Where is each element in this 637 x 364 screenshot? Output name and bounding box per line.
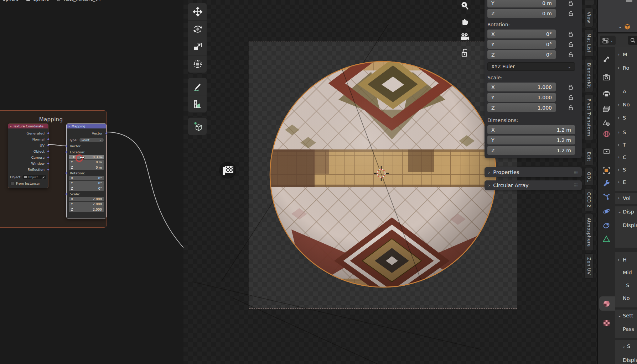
type-dropdown[interactable]: Point ⌄ xyxy=(79,138,104,142)
tab-collection[interactable] xyxy=(598,147,615,156)
vector-socket[interactable] xyxy=(47,138,50,141)
lock-button[interactable] xyxy=(565,11,576,16)
tab-view-layer[interactable] xyxy=(598,105,615,113)
scale-field[interactable]: X 1.000 xyxy=(487,83,556,91)
value-field[interactable]: Z 0 m xyxy=(69,165,104,170)
value-field[interactable]: X 0° xyxy=(69,176,104,180)
panel-row[interactable]: ›T xyxy=(618,138,637,151)
tab-constraints[interactable] xyxy=(598,221,615,230)
tab-scene[interactable] xyxy=(598,119,615,127)
tab-physics[interactable] xyxy=(598,207,615,216)
editor-type-button[interactable]: ⌄ xyxy=(600,36,616,45)
move-tool-button[interactable] xyxy=(188,3,207,21)
panel-row[interactable]: S xyxy=(618,279,637,292)
node-header[interactable]: ⌄ Texture Coordinate xyxy=(8,124,48,128)
tab-output[interactable] xyxy=(598,89,615,98)
collapse-chevron-icon[interactable]: ⌄ xyxy=(68,125,71,128)
tab-render[interactable] xyxy=(598,73,615,81)
value-field[interactable]: X 2.000 xyxy=(69,197,104,201)
collapse-chevron-icon[interactable]: ⌄ xyxy=(10,125,12,128)
outliner-row[interactable]: ⌄ xyxy=(598,22,637,31)
annotate-tool-button[interactable] xyxy=(188,78,207,95)
vector-socket[interactable] xyxy=(47,162,50,165)
tab-modifiers[interactable] xyxy=(598,179,615,187)
tab-object[interactable] xyxy=(598,166,615,175)
shader-node-editor[interactable]: Sphere › Sphere › Rust_mixture_04 Mappin… xyxy=(0,0,185,364)
vector-socket[interactable] xyxy=(65,145,68,147)
panel-header[interactable]: ›Vol xyxy=(618,193,637,203)
location-field[interactable]: Y 0 m xyxy=(487,0,556,7)
panel-row[interactable]: ›S xyxy=(618,111,637,124)
vector-socket[interactable] xyxy=(47,150,50,153)
panel-row[interactable]: ›H xyxy=(618,253,637,266)
pan-button[interactable] xyxy=(460,16,470,26)
sidebar-tab[interactable]: Atmosphere xyxy=(584,214,594,251)
sidebar-tab[interactable]: Zen UV xyxy=(584,253,594,279)
panel-row[interactable]: No xyxy=(618,292,637,305)
scale-field[interactable]: Z 1.000 xyxy=(487,103,556,112)
vector-socket[interactable] xyxy=(47,132,50,134)
rotation-socket[interactable] xyxy=(65,172,68,174)
vector-socket[interactable] xyxy=(47,168,50,171)
sidebar-tab[interactable]: View xyxy=(584,8,594,27)
search-input[interactable] xyxy=(628,36,637,45)
sidebar-tab[interactable]: BlenderKit xyxy=(584,59,594,92)
tab-material[interactable] xyxy=(598,299,615,308)
lock-button[interactable] xyxy=(460,48,470,57)
chevron-down-icon[interactable]: ⌄ xyxy=(618,24,622,29)
drag-grip-icon[interactable]: ⠿⠿ xyxy=(574,183,578,187)
scale-socket[interactable] xyxy=(65,193,68,195)
value-field[interactable]: X 0.3 m xyxy=(69,155,104,159)
transform-tool-button[interactable] xyxy=(188,56,207,73)
rotation-field[interactable]: Z 0° xyxy=(487,50,556,59)
panel-header[interactable]: ⌄Sett xyxy=(618,311,637,321)
lock-button[interactable] xyxy=(565,42,576,47)
sidebar-tab[interactable]: OCD 2 xyxy=(584,188,594,211)
tab-tool[interactable] xyxy=(598,55,615,63)
add-cube-tool-button[interactable] xyxy=(188,118,207,135)
sidebar-tab[interactable]: Mat List xyxy=(584,30,594,57)
panel-row[interactable]: Displa xyxy=(618,355,637,364)
zoom-button[interactable] xyxy=(460,1,470,10)
vector-socket[interactable] xyxy=(47,156,50,159)
panel-row[interactable]: Mid xyxy=(618,266,637,279)
tab-particles[interactable] xyxy=(598,192,615,201)
object-field[interactable]: Object xyxy=(22,175,46,179)
vector-socket[interactable] xyxy=(47,144,50,147)
panel-row[interactable]: ›No xyxy=(618,98,637,111)
panel-header[interactable]: ⌄Disp xyxy=(618,207,637,217)
panel-row[interactable]: A xyxy=(618,85,637,98)
panel-row[interactable]: ›E xyxy=(618,176,637,188)
rotation-mode-dropdown[interactable]: XYZ Euler ⌄ xyxy=(487,62,575,71)
panel-row[interactable]: Pass xyxy=(618,324,637,334)
properties-panel-header[interactable]: › Properties ⠿⠿ xyxy=(485,167,582,177)
circular-array-panel-header[interactable]: › Circular Array ⠿⠿ xyxy=(485,180,582,190)
rotation-field[interactable]: Y 0° xyxy=(487,40,556,49)
panel-row[interactable]: ›S xyxy=(618,126,637,138)
dimension-field[interactable]: X 1.2 m xyxy=(487,125,575,134)
node-header[interactable]: ⌄ Mapping xyxy=(67,124,106,128)
lock-button[interactable] xyxy=(565,0,576,6)
rotation-field[interactable]: X 0° xyxy=(487,30,556,38)
viewport-3d[interactable]: Y 0 m Z 0 m xyxy=(183,0,597,364)
value-field[interactable]: Y 2.000 xyxy=(69,202,104,207)
lock-button[interactable] xyxy=(565,84,576,90)
vector-socket[interactable] xyxy=(105,132,108,134)
sidebar-tab[interactable]: Pivot Transform xyxy=(584,95,594,140)
value-field[interactable]: Y 0 m xyxy=(69,160,104,165)
from-instancer-checkbox[interactable] xyxy=(10,181,14,185)
scale-tool-button[interactable] xyxy=(188,38,207,56)
panel-row[interactable]: ›C xyxy=(618,151,637,163)
mapping-node[interactable]: ⌄ Mapping Vector Type: Point ⌄ Vector Lo… xyxy=(66,123,107,218)
value-field[interactable]: Z 0° xyxy=(69,186,104,191)
lock-button[interactable] xyxy=(565,95,576,100)
measure-tool-button[interactable] xyxy=(188,95,207,112)
drag-grip-icon[interactable]: ⠿⠿ xyxy=(574,170,578,174)
tab-object-data[interactable] xyxy=(598,234,615,243)
value-field[interactable]: Y 0° xyxy=(69,181,104,186)
tab-world[interactable] xyxy=(598,130,615,138)
panel-row[interactable]: ›M xyxy=(618,48,637,61)
eyedropper-icon[interactable] xyxy=(42,176,45,179)
location-socket[interactable] xyxy=(65,151,68,153)
location-field[interactable]: Z 0 m xyxy=(487,9,556,18)
